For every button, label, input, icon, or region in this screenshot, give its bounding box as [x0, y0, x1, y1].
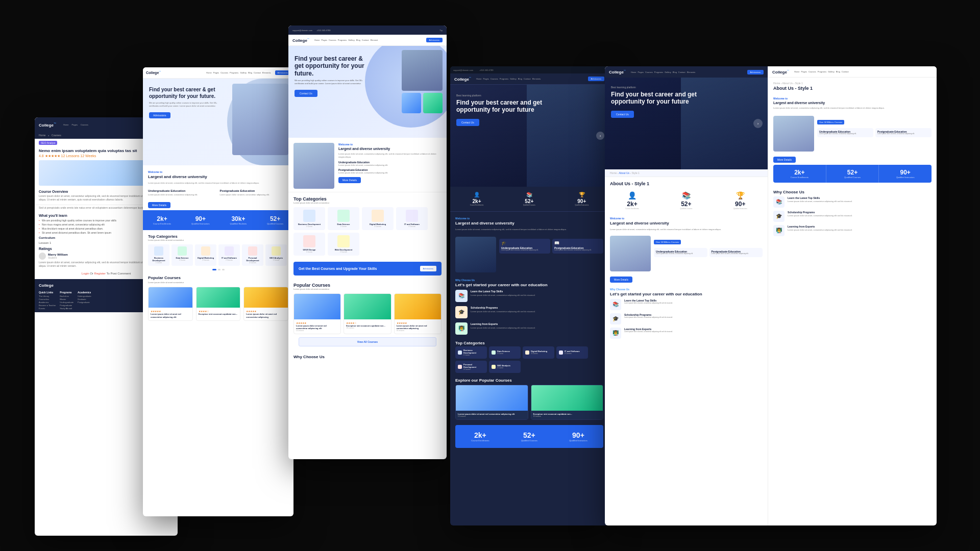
main-hero-subtitle: We are providing high quality online cou… [295, 79, 366, 85]
main-nav-items: Home Pages Courses Programs Gallery Blog… [314, 39, 378, 41]
stat-instructors: 90+ Qualified Instructors [191, 215, 210, 225]
dark-course-img-2 [531, 385, 603, 411]
about-right-nav: Home Pages Courses Programs Gallery Blog… [794, 70, 849, 73]
main-admission-btn[interactable]: Admissions [426, 38, 443, 42]
about-right-stat-1: 2k+ Course Enrollments [773, 165, 826, 183]
about-right-more-btn[interactable]: More Details [773, 157, 796, 163]
dark-hero-next-btn[interactable]: › [596, 132, 604, 140]
about-courses-icon: 📚 [680, 191, 692, 199]
dark-cat-marketing[interactable]: Digital Marketing 3 Courses [523, 346, 554, 359]
dark-cat-data[interactable]: Data Science 1 Course [489, 346, 521, 359]
main-cat-webdev[interactable]: Web Development 2 Courses [328, 233, 359, 256]
welcome-img [293, 143, 334, 189]
main-cat-icon-it [406, 210, 418, 222]
dark-cat-dot-it [559, 350, 563, 355]
main-cats-grid: Business Development 1 Course Data Scien… [293, 207, 442, 256]
cat-digital-marketing[interactable]: Digital Marketing 3 Courses [195, 244, 216, 266]
about-right-why-1: 📚 Learn the Latest Top Skills Lorem ipsu… [773, 196, 932, 208]
main-categories: Top Categories Lorem ipsum dolor sit ame… [288, 192, 447, 258]
dark-categories: Top Categories Business Development 1 Co… [450, 337, 608, 375]
cat-data-science[interactable]: Data Science 1 Course [172, 244, 193, 266]
footer-programs: Programs Bachelors Master Undergraduate … [60, 291, 74, 310]
main-more-btn[interactable]: More Details [338, 177, 361, 183]
main-hero-title: Find your best career & get opportunity … [295, 55, 371, 77]
upgrade-btn[interactable]: Admissions [420, 266, 436, 271]
dot-active[interactable] [212, 269, 216, 270]
hero-admissions-btn[interactable]: Admissions [149, 112, 170, 118]
card-home-dark: support@domain.com +012-345-6789 College… [450, 66, 608, 525]
dark-admission-btn[interactable]: Admissions [588, 77, 604, 81]
cat-personal-dev[interactable]: Personal Development 4 Courses [242, 244, 263, 266]
about-inner: College™ Home Pages Courses Programs Gal… [605, 66, 937, 525]
dark-uni-img-wrapper [455, 237, 496, 272]
main-navbar: College™ Home Pages Courses Programs Gal… [288, 35, 447, 46]
main-cat-marketing[interactable]: Digital Marketing 3 Courses [362, 207, 394, 230]
dark-topbar: support@domain.com +012-345-6789 [450, 66, 608, 73]
more-details-btn[interactable]: More Details [148, 202, 170, 208]
cat-business[interactable]: Business Development 1 Course [148, 244, 169, 266]
view-all-btn[interactable]: View All Courses [299, 337, 436, 346]
course-img-2 [197, 287, 240, 308]
about-r-scholarship-icon: 🎓 [773, 211, 785, 222]
main-course-2[interactable]: ★★★★☆ Excepteur sint occaecat cupidatat … [344, 293, 391, 334]
instructors-icon: 🏆 [575, 192, 589, 197]
home-light-hero: Find your best career & get opportunity … [143, 79, 293, 165]
dot-2[interactable] [222, 269, 225, 270]
edu-items: Undergraduate Education Lorem ipsum dolo… [338, 161, 442, 174]
dark-course-2[interactable]: Excepteur sint occaecat cupidatat non...… [531, 385, 604, 420]
dark-stats: 👤 2k+ Course Enrollments 📚 52+ Qualified… [450, 187, 608, 212]
course-card-2[interactable]: ★★★★☆ Excepteur sint occaecat cupidatat … [196, 287, 241, 320]
about-left-more-btn[interactable]: More Details [610, 277, 632, 283]
about-left-next-btn[interactable]: › [753, 119, 763, 128]
dark-cat-it[interactable]: IT and Software 2 Courses [556, 346, 588, 359]
main-cat-it[interactable]: IT and Software 2 Courses [396, 207, 428, 230]
about-right-why-3: 👨‍🏫 Learning from Experts Lorem ipsum do… [773, 225, 932, 236]
course-nav-courses: Courses [81, 123, 88, 126]
dark-course-img-1 [456, 385, 528, 411]
postgrad-item: Postgraduate Education Lorem ipsum dolor… [220, 189, 289, 196]
dot-1[interactable] [218, 269, 220, 270]
about-left-why-1: 📚 Learn the Latest Top Skills Lorem ipsu… [610, 299, 763, 310]
about-left-panel: College™ Home Pages Courses Programs Gal… [605, 66, 768, 525]
big-stat-instructors: 90+ Qualified Instructors [569, 431, 587, 442]
cat-it-software[interactable]: IT and Software 2 Courses [218, 244, 240, 266]
dark-hero-title: Find your best career and get opportunit… [456, 99, 548, 114]
course-card-1[interactable]: ★★★★★ Lorem ipsum dolor sit amet red con… [148, 287, 193, 320]
main-cat-ux[interactable]: UI/UX Design 1 Course [293, 233, 325, 256]
dark-explore: Explore our Popular Courses Lorem ipsum … [450, 375, 608, 421]
about-left-postgrad-card: Postgraduate Education Lorem ipsum dolor… [709, 248, 763, 257]
topbar-try[interactable]: Try [439, 29, 443, 32]
data-science-icon [178, 246, 187, 256]
reviewer-avatar [39, 253, 46, 260]
dark-cat-personal[interactable]: Personal Development 4 Courses [455, 361, 487, 373]
dark-hero-btn[interactable]: Contact Us [456, 119, 479, 126]
main-cat-data[interactable]: Data Science 1 Course [328, 207, 359, 230]
dark-cat-dot-business [458, 350, 462, 355]
register-link[interactable]: Register [94, 272, 106, 275]
main-cat-business[interactable]: Business Development 1 Course [293, 207, 325, 230]
dark-uni-programs: 🎓 Undergraduate Education Lorem ipsum do… [499, 239, 603, 254]
about-right-badge: Over 50 Million+ Courses [817, 120, 844, 124]
dark-course-1[interactable]: Lorem ipsum dolor sit amet red consectet… [455, 385, 528, 420]
main-course-3[interactable]: ★★★★★ Lorem ipsum dolor sit amet red con… [394, 293, 442, 334]
about-left-hero-btn[interactable]: Contact Us [611, 111, 634, 118]
footer-academics: Academics Undergraduate Graduate Postgra… [78, 291, 91, 310]
about-right-stats: 2k+ Course Enrollments 52+ Qualified Cou… [773, 165, 932, 183]
about-left-navbar: College™ Home Pages Courses Programs Gal… [605, 66, 768, 78]
hero-photos [402, 50, 443, 113]
login-link[interactable]: Login [82, 272, 89, 275]
main-course-1[interactable]: ★★★★★ Lorem ipsum dolor sit amet red con… [293, 293, 341, 334]
footer-quick-links: Quick Links The Library Counselors Acade… [39, 291, 56, 310]
about-right-uni-content: Over 50 Million+ Courses Undergraduate E… [817, 116, 932, 152]
dark-cat-business[interactable]: Business Development 1 Course [455, 346, 487, 359]
main-hero-contact-btn[interactable]: Contact Us [295, 90, 317, 97]
dark-cat-seo[interactable]: SEO Analysis 1 Course [489, 361, 521, 373]
about-left-stats: 👤 2k+ Course Enrollments 📚 52+ Qualified… [605, 188, 768, 213]
course-card-3[interactable]: ★★★★★ Lorem ipsum dolor sit amet red con… [243, 287, 288, 320]
home-light-navbar: College™ Home Pages Courses Programs Gal… [143, 67, 293, 79]
dark-cat-dot-data [492, 350, 496, 355]
it-icon [225, 246, 234, 256]
about-left-admission[interactable]: Admissions [747, 70, 764, 74]
cat-seo[interactable]: SEO Analysis 1 Course [265, 244, 287, 266]
scene: College™ Home Pages Courses Home › Cours… [0, 0, 980, 551]
